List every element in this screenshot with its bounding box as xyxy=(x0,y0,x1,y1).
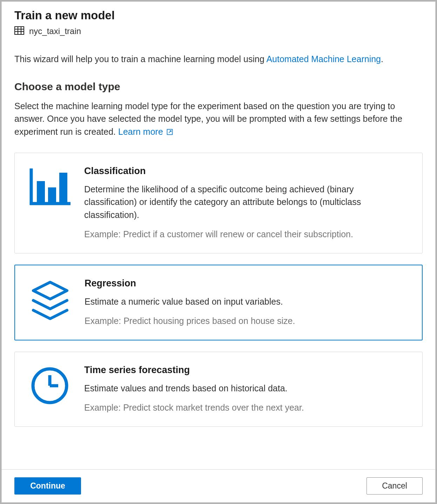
external-link-icon xyxy=(166,126,173,139)
page-title: Train a new model xyxy=(14,9,423,22)
card-forecasting[interactable]: Time series forecasting Estimate values … xyxy=(14,352,423,427)
card-example: Example: Predict housing prices based on… xyxy=(85,315,408,327)
learn-more-link[interactable]: Learn more xyxy=(118,127,173,137)
bar-chart-icon xyxy=(29,166,71,240)
learn-more-text: Learn more xyxy=(118,127,163,137)
card-desc: Estimate values and trends based on hist… xyxy=(84,382,408,394)
wizard-content: Train a new model nyc_taxi_train This wi… xyxy=(2,2,435,469)
section-title: Choose a model type xyxy=(14,81,423,93)
card-body: Classification Determine the likelihood … xyxy=(84,166,408,240)
svg-rect-10 xyxy=(59,173,67,202)
section-desc: Select the machine learning model type f… xyxy=(14,100,423,139)
card-example: Example: Predict if a customer will rene… xyxy=(84,228,408,240)
automated-ml-link[interactable]: Automated Machine Learning xyxy=(266,54,381,64)
layers-icon xyxy=(29,278,71,327)
svg-rect-8 xyxy=(37,181,45,202)
model-type-cards: Classification Determine the likelihood … xyxy=(14,153,423,427)
card-desc: Determine the likelihood of a specific o… xyxy=(84,183,408,221)
card-body: Regression Estimate a numeric value base… xyxy=(85,278,408,327)
intro-prefix: This wizard will help you to train a mac… xyxy=(14,54,266,64)
card-title: Time series forecasting xyxy=(84,365,408,376)
wizard-window: Train a new model nyc_taxi_train This wi… xyxy=(1,1,436,503)
dataset-table-icon xyxy=(14,26,24,36)
section-desc-text: Select the machine learning model type f… xyxy=(14,101,402,137)
dataset-row: nyc_taxi_train xyxy=(14,26,423,36)
card-title: Regression xyxy=(85,278,408,289)
card-desc: Estimate a numeric value based on input … xyxy=(85,295,408,308)
dataset-name: nyc_taxi_train xyxy=(29,26,81,36)
svg-rect-9 xyxy=(48,187,56,202)
cancel-button[interactable]: Cancel xyxy=(367,477,423,495)
card-example: Example: Predict stock market trends ove… xyxy=(84,402,408,414)
svg-rect-0 xyxy=(15,27,24,34)
continue-button[interactable]: Continue xyxy=(14,477,81,495)
intro-suffix: . xyxy=(381,54,383,64)
card-body: Time series forecasting Estimate values … xyxy=(84,365,408,414)
card-classification[interactable]: Classification Determine the likelihood … xyxy=(14,153,423,253)
clock-icon xyxy=(29,365,71,414)
card-regression[interactable]: Regression Estimate a numeric value base… xyxy=(14,265,423,340)
wizard-footer: Continue Cancel xyxy=(2,469,435,502)
card-title: Classification xyxy=(84,166,408,177)
intro-text: This wizard will help you to train a mac… xyxy=(14,53,423,65)
